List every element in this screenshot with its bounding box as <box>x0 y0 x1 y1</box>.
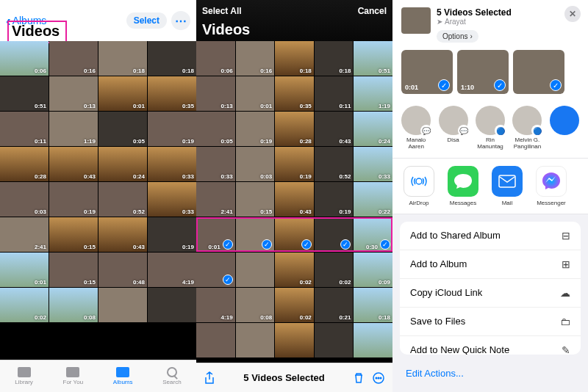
preview-thumb[interactable]: 0:01✓ <box>401 50 453 94</box>
share-app[interactable]: AirDrop <box>398 166 440 206</box>
apps-row[interactable]: AirDropMessagesMailMessenger <box>392 159 588 214</box>
video-thumb[interactable]: 0:13 <box>49 76 98 111</box>
video-thumb[interactable]: 0:43 <box>275 182 314 217</box>
video-thumb[interactable]: 0:16 <box>49 41 98 76</box>
share-person[interactable]: 🔵Rin Manuntag <box>474 106 506 150</box>
video-thumb[interactable]: 0:33 <box>148 147 196 181</box>
video-thumb[interactable]: 0:30✓ <box>354 217 392 252</box>
video-thumb[interactable]: ✓ <box>196 253 235 287</box>
video-thumb[interactable]: ✓ <box>315 217 354 252</box>
tab-library[interactable]: Library <box>15 367 32 385</box>
video-thumb[interactable]: 0:35 <box>148 76 196 111</box>
video-thumb[interactable]: 0:18 <box>315 41 354 76</box>
more-button[interactable]: ⋯ <box>171 11 190 30</box>
share-app[interactable]: Messenger <box>531 166 572 206</box>
video-thumb[interactable] <box>354 323 392 357</box>
video-thumb[interactable] <box>236 323 275 357</box>
video-thumb[interactable]: 0:52 <box>315 147 354 181</box>
video-thumb[interactable]: 0:18 <box>98 41 147 76</box>
video-thumb[interactable]: 0:28 <box>275 112 314 146</box>
edit-actions-link[interactable]: Edit Actions... <box>392 362 588 392</box>
tab-search[interactable]: Search <box>162 367 181 385</box>
video-thumb[interactable]: 0:51 <box>0 76 49 111</box>
video-thumb[interactable]: 0:15 <box>49 253 98 287</box>
video-thumb[interactable]: 0:08 <box>236 288 275 322</box>
action-row[interactable]: Copy iCloud Link☁ <box>400 279 581 308</box>
video-thumb[interactable]: 0:01 <box>98 76 147 111</box>
video-thumb[interactable]: 0:01✓ <box>196 217 235 252</box>
video-thumb[interactable]: 0:19 <box>148 217 196 252</box>
video-thumb[interactable] <box>148 288 196 322</box>
video-thumb[interactable]: 0:52 <box>98 182 147 217</box>
video-thumb[interactable]: 0:33 <box>354 147 392 181</box>
video-thumb[interactable]: 0:43 <box>98 217 147 252</box>
video-thumb[interactable]: 4:19 <box>148 253 196 287</box>
video-thumb[interactable]: 0:15 <box>49 217 98 252</box>
share-person[interactable]: 💬Disa <box>437 106 469 150</box>
video-thumb[interactable]: 0:19 <box>148 112 196 146</box>
video-thumb[interactable]: 1:19 <box>354 76 392 111</box>
video-thumb[interactable]: 0:09 <box>354 253 392 287</box>
video-thumb[interactable]: 0:01 <box>236 76 275 111</box>
video-thumb[interactable]: 0:13 <box>196 76 235 111</box>
video-thumb[interactable]: 2:41 <box>0 217 49 252</box>
close-button[interactable]: ✕ <box>564 6 581 22</box>
select-all-button[interactable]: Select All <box>202 6 242 16</box>
video-thumb[interactable]: 0:24 <box>354 112 392 146</box>
video-thumb[interactable]: 0:02 <box>275 288 314 322</box>
video-thumb[interactable]: 0:08 <box>49 288 98 322</box>
more-actions-button[interactable] <box>372 371 385 385</box>
video-thumb[interactable]: 0:28 <box>0 147 49 181</box>
video-thumb[interactable]: 0:02 <box>275 253 314 287</box>
video-thumb[interactable]: 0:05 <box>196 112 235 146</box>
share-person[interactable]: 💬Manalo Aaren <box>400 106 432 150</box>
video-thumb[interactable]: 0:33 <box>148 182 196 217</box>
video-thumb[interactable]: 0:24 <box>98 147 147 181</box>
action-row[interactable]: Add to Shared Album⊟ <box>400 222 581 250</box>
video-thumb[interactable]: 0:51 <box>354 41 392 76</box>
video-thumb[interactable]: 0:22 <box>354 182 392 217</box>
video-thumb[interactable]: 0:16 <box>236 41 275 76</box>
options-button[interactable]: Options› <box>437 30 478 43</box>
people-row[interactable]: 💬Manalo Aaren💬Disa🔵Rin Manuntag🔵Melvin G… <box>392 101 588 159</box>
cancel-button[interactable]: Cancel <box>358 6 387 16</box>
video-thumb[interactable]: 0:43 <box>49 147 98 181</box>
video-thumb[interactable]: 0:48 <box>98 253 147 287</box>
video-thumb[interactable]: ✓ <box>275 217 314 252</box>
video-thumb[interactable]: 0:19 <box>236 112 275 146</box>
video-thumb[interactable]: 0:21 <box>315 288 354 322</box>
preview-thumb[interactable]: ✓ <box>513 50 564 94</box>
video-thumb[interactable]: 0:19 <box>275 147 314 181</box>
video-thumb[interactable]: 0:02 <box>0 288 49 322</box>
video-thumb[interactable]: 0:11 <box>0 112 49 146</box>
video-thumb[interactable] <box>196 323 235 357</box>
share-person[interactable]: 🔵Melvin G. Pangilinan <box>511 106 543 150</box>
video-thumb[interactable]: 4:19 <box>196 288 235 322</box>
video-thumb[interactable]: 0:06 <box>196 41 235 76</box>
video-thumb[interactable] <box>315 323 354 357</box>
video-thumb[interactable]: 0:15 <box>236 182 275 217</box>
action-row[interactable]: Save to Files🗀 <box>400 308 581 336</box>
video-thumb[interactable] <box>98 288 147 322</box>
tab-albums[interactable]: Albums <box>113 367 133 385</box>
action-row[interactable]: Add to New Quick Note✎ <box>400 336 581 355</box>
share-app[interactable]: Messages <box>442 166 484 206</box>
action-row[interactable]: Add to Album⊞ <box>400 250 581 279</box>
video-thumb[interactable] <box>275 323 314 357</box>
video-thumb[interactable]: 0:35 <box>275 76 314 111</box>
video-thumb[interactable]: 0:18 <box>275 41 314 76</box>
share-preview-row[interactable]: 0:01✓1:10✓✓ <box>392 43 588 101</box>
video-thumb[interactable] <box>236 253 275 287</box>
video-thumb[interactable]: 0:05 <box>98 112 147 146</box>
video-thumb[interactable]: 0:06 <box>0 41 49 76</box>
video-thumb[interactable]: 1:19 <box>49 112 98 146</box>
video-thumb[interactable]: 0:18 <box>354 288 392 322</box>
share-app[interactable]: Mail <box>487 166 528 206</box>
video-thumb[interactable]: 0:19 <box>49 182 98 217</box>
share-person[interactable] <box>548 106 581 150</box>
video-thumb[interactable]: 0:43 <box>315 112 354 146</box>
delete-button[interactable] <box>353 372 365 384</box>
preview-thumb[interactable]: 1:10✓ <box>457 50 509 94</box>
video-thumb[interactable]: 0:03 <box>0 182 49 217</box>
video-thumb[interactable]: 0:01 <box>0 253 49 287</box>
